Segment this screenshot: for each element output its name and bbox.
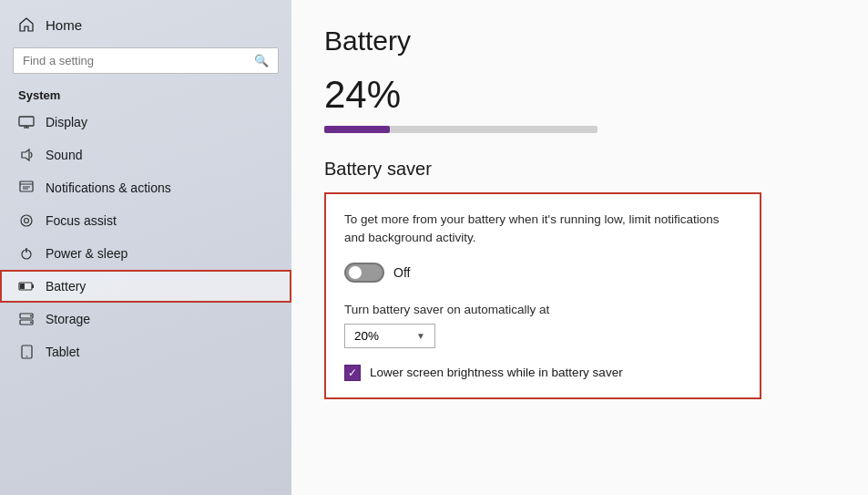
sidebar: Home 🔍 System Display Sound bbox=[0, 0, 291, 495]
storage-icon bbox=[18, 311, 35, 327]
sidebar-item-tablet[interactable]: Tablet bbox=[0, 335, 291, 368]
battery-icon bbox=[18, 278, 35, 294]
power-icon bbox=[18, 245, 35, 262]
auto-saver-label: Turn battery saver on automatically at bbox=[344, 303, 741, 316]
battery-saver-toggle[interactable] bbox=[344, 263, 384, 283]
section-label: System bbox=[0, 83, 291, 106]
notifications-icon bbox=[18, 180, 35, 196]
sidebar-item-display[interactable]: Display bbox=[0, 106, 291, 139]
sidebar-home[interactable]: Home bbox=[0, 7, 291, 42]
battery-bar-fill bbox=[324, 126, 390, 133]
toggle-label: Off bbox=[393, 265, 410, 280]
power-label: Power & sleep bbox=[46, 246, 128, 261]
chevron-down-icon: ▼ bbox=[416, 331, 425, 341]
brightness-checkbox[interactable]: ✓ bbox=[344, 365, 361, 381]
svg-point-18 bbox=[30, 322, 32, 324]
svg-rect-14 bbox=[20, 284, 25, 289]
svg-point-20 bbox=[26, 356, 27, 357]
battery-label: Battery bbox=[46, 279, 86, 294]
sound-label: Sound bbox=[46, 148, 82, 162]
display-label: Display bbox=[46, 115, 87, 129]
brightness-checkbox-row: ✓ Lower screen brightness while in batte… bbox=[344, 365, 741, 381]
svg-point-8 bbox=[21, 215, 32, 226]
percent-select-dropdown[interactable]: 20% ▼ bbox=[344, 324, 435, 348]
svg-point-17 bbox=[30, 315, 32, 317]
percent-select-row: 20% ▼ bbox=[344, 324, 741, 348]
sidebar-item-power[interactable]: Power & sleep bbox=[0, 237, 291, 270]
checkmark-icon: ✓ bbox=[348, 366, 357, 379]
svg-rect-0 bbox=[19, 117, 34, 126]
battery-bar bbox=[324, 126, 597, 133]
svg-rect-13 bbox=[32, 284, 34, 288]
search-input[interactable] bbox=[23, 54, 254, 67]
battery-percent: 24% bbox=[324, 73, 835, 117]
sidebar-item-sound[interactable]: Sound bbox=[0, 139, 291, 171]
sidebar-item-focus[interactable]: Focus assist bbox=[0, 204, 291, 237]
toggle-knob bbox=[349, 266, 362, 279]
svg-marker-3 bbox=[22, 150, 29, 160]
focus-label: Focus assist bbox=[46, 213, 117, 228]
tablet-icon bbox=[18, 344, 35, 360]
svg-point-9 bbox=[25, 219, 29, 223]
battery-saver-box: To get more from your battery when it's … bbox=[324, 192, 761, 399]
home-label: Home bbox=[46, 17, 82, 33]
search-box-container[interactable]: 🔍 bbox=[13, 47, 279, 74]
sidebar-item-storage[interactable]: Storage bbox=[0, 303, 291, 335]
toggle-row: Off bbox=[344, 263, 741, 283]
display-icon bbox=[18, 114, 35, 130]
saver-description: To get more from your battery when it's … bbox=[344, 211, 741, 248]
sidebar-item-notifications[interactable]: Notifications & actions bbox=[0, 171, 291, 204]
focus-icon bbox=[18, 212, 35, 229]
notifications-label: Notifications & actions bbox=[46, 180, 171, 195]
sound-icon bbox=[18, 147, 35, 163]
selected-percent: 20% bbox=[354, 329, 379, 343]
home-icon bbox=[18, 16, 35, 33]
main-content: Battery 24% Battery saver To get more fr… bbox=[291, 0, 868, 495]
brightness-label: Lower screen brightness while in battery… bbox=[370, 366, 623, 379]
page-title: Battery bbox=[324, 26, 835, 57]
battery-saver-title: Battery saver bbox=[324, 159, 835, 180]
search-icon: 🔍 bbox=[254, 54, 269, 67]
sidebar-item-battery[interactable]: Battery bbox=[0, 270, 291, 303]
tablet-label: Tablet bbox=[46, 345, 79, 359]
storage-label: Storage bbox=[46, 312, 90, 326]
